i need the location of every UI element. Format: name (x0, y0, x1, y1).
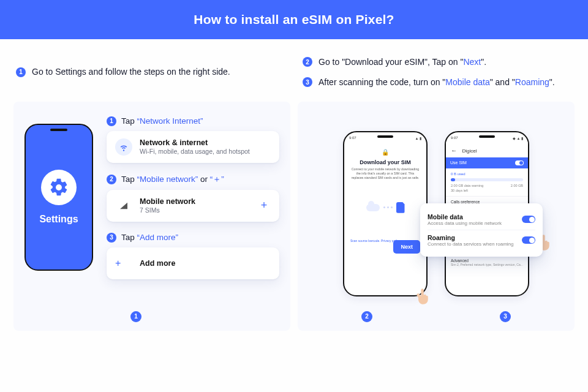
intro-step-2: 2 Go to "Download your eSIM", Tap on "Ne… (303, 56, 572, 68)
panel-step-1: Settings 1 Tap “Network Internet” (13, 102, 290, 331)
mobile-data-toggle[interactable] (522, 216, 535, 223)
mobile-data-roaming-card: Mobile data Access data using mobile net… (420, 203, 543, 257)
scan-hint: Scan source barcode. Privacy path (350, 239, 398, 243)
sim-card-icon (396, 202, 405, 213)
step-badge: 3 (303, 77, 312, 87)
mobile-data-row[interactable]: Mobile data Access data using mobile net… (428, 209, 535, 230)
card-subtitle: 7 SIMs (140, 206, 195, 214)
intro-step-1: 1 Go to Settings and follow the steps on… (16, 66, 285, 78)
page-indicator-2: 2 (361, 311, 372, 322)
roaming-row[interactable]: Roaming Connect to data services when ro… (428, 230, 535, 251)
substep-1: 1 Tap “Network Internet” Network & inter… (107, 116, 279, 163)
step-badge: 1 (107, 116, 116, 126)
gear-icon (41, 170, 77, 205)
roaming-link: Roaming (515, 77, 549, 87)
use-sim-row[interactable]: Use SIM (446, 157, 528, 168)
substep-2: 2 Tap “Mobile network” or “＋” Mobile net… (107, 174, 279, 222)
intro-step-2-text: Go to "Download your eSIM", Tap on "Next… (318, 56, 486, 68)
settings-label: Settings (39, 214, 78, 225)
card-subtitle: Wi-Fi, mobile, data usage, and hotspot (140, 148, 250, 155)
intro-step-1-text: Go to Settings and follow the steps on t… (32, 66, 230, 78)
mobile-data-link: Mobile data (445, 77, 489, 87)
step-badge: 1 (16, 67, 26, 77)
card-title: Add more (140, 259, 175, 268)
pointer-hand-icon (414, 288, 431, 305)
download-sim-desc: Connect to your mobile network by downlo… (350, 167, 420, 180)
settings-phone-illustration: Settings (24, 124, 93, 271)
roaming-toggle[interactable] (522, 236, 535, 244)
substep-3: 3 Tap “Add more” + Add more (107, 233, 279, 279)
card-title: Mobile network (140, 197, 195, 206)
intro-steps: 1 Go to Settings and follow the steps on… (13, 39, 575, 94)
page-indicator-1: 1 (130, 311, 141, 322)
phone-download-sim: 9:07▲ ▮ 🔒 Download your SIM Connect to y… (343, 131, 428, 296)
card-title: Network & internet (140, 138, 250, 147)
use-sim-toggle[interactable] (515, 160, 524, 165)
cloud-illustration (366, 202, 405, 213)
plus-icon[interactable]: + (257, 199, 271, 213)
carrier-name: Digicel (462, 148, 477, 154)
plus-icon: + (115, 255, 132, 272)
step-badge: 2 (303, 57, 312, 67)
back-icon[interactable]: ← (451, 147, 457, 154)
status-icons: ▲ ▮ (415, 136, 421, 140)
signal-icon (115, 197, 132, 214)
download-sim-title: Download your SIM (360, 159, 411, 165)
advanced-row[interactable]: Advanced Sim 2, Preferred network type, … (446, 255, 528, 270)
lock-icon: 🔒 (382, 149, 389, 156)
step-badge: 2 (107, 175, 116, 184)
panel-steps-2-3: 9:07▲ ▮ 🔒 Download your SIM Connect to y… (298, 102, 575, 331)
intro-step-3-text: After scanning the code, turn on "Mobile… (318, 77, 555, 88)
add-more-card[interactable]: + Add more (107, 247, 279, 279)
mobile-network-card[interactable]: Mobile network 7 SIMs + (107, 190, 279, 222)
data-used: 0 B used (451, 172, 523, 176)
step-badge: 3 (107, 233, 116, 243)
page-title: How to install an eSIM on Pixel? (0, 0, 588, 39)
intro-step-3: 3 After scanning the code, turn on "Mobi… (303, 77, 572, 88)
next-button[interactable]: Next (393, 240, 420, 254)
status-icons: ◆ ▲ ▮ (513, 136, 523, 140)
wifi-icon (115, 138, 132, 156)
network-internet-card[interactable]: Network & internet Wi-Fi, mobile, data u… (107, 131, 279, 163)
page-indicator-3: 3 (500, 311, 511, 322)
next-link: Next (463, 57, 481, 67)
